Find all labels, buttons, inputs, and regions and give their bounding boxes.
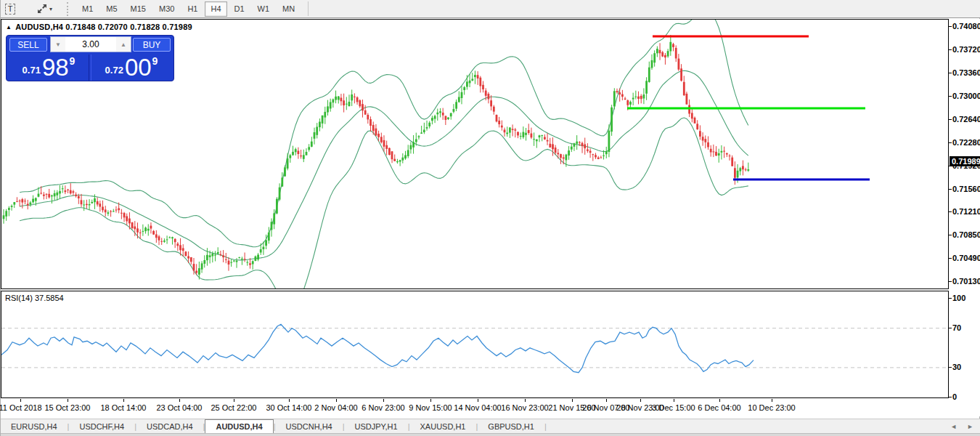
chart-tab-audusd[interactable]: AUDUSD,H4 [205,419,273,434]
chart-tab-usdcnh[interactable]: USDCNH,H4 [276,419,343,434]
price-tick-mark [949,142,952,143]
cursor-tool-button[interactable]: ▾ [30,1,58,17]
chart-tab-usdchf[interactable]: USDCHF,H4 [69,419,134,434]
sell-button[interactable]: SELL [9,38,47,52]
price-axis[interactable]: 0.71989 0.740800.737200.733600.730000.72… [949,19,980,416]
time-tick-mark [336,399,337,402]
time-tick-label: 23 Oct 04:00 [157,403,203,412]
price-tick-mark [949,258,952,259]
tab-scroll-arrows: ◄ ► [950,423,973,430]
rsi-tick-mark [949,397,952,397]
time-tick-mark [383,399,384,402]
current-price-tag: 0.71989 [950,156,980,166]
toolbar-grip[interactable] [67,2,70,16]
timeframe-button-m1[interactable]: M1 [76,1,99,17]
ask-price-big-digits: 00 [125,57,152,78]
time-tick-mark [430,399,431,402]
rsi-tick-mark [949,367,952,368]
trade-controls-row: SELL ▼ 3.00 ▲ BUY [7,36,173,53]
price-tick-label: 0.73000 [952,92,980,100]
rsi-indicator-label: RSI(14) 37.5854 [5,294,64,302]
time-tick-mark [179,399,180,402]
chart-tabs: EURUSD,H4|USDCHF,H4|USDCAD,H4|AUDUSD,H4|… [1,419,547,433]
volume-input[interactable]: 3.00 [65,39,116,49]
volume-stepper: ▼ 3.00 ▲ [50,36,131,52]
bollinger-middle-band[interactable] [20,70,748,260]
timeframe-button-mn[interactable]: MN [277,1,301,17]
timeframe-group: M1M5M15M30H1H4D1W1MN [76,1,301,17]
toolbar-separator [308,1,309,16]
volume-decrease-icon[interactable]: ▼ [51,37,65,52]
text-tool-icon: T [5,4,16,15]
rsi-tick-mark [949,328,952,328]
trading-platform-window: T ▾ M1M5M15M30H1H4D1W1MN ▲ AUDUSD,H4 0.7… [0,0,980,436]
rsi-indicator-pane[interactable]: RSI(14) 37.5854 [1,291,949,398]
cursor-arrows-icon [36,4,48,14]
buy-button[interactable]: BUY [133,38,171,52]
price-tick-mark [949,49,952,50]
time-tick-label: 2 Nov 04:00 [314,403,357,412]
symbol-header: ▲ AUDUSD,H4 0.71848 0.72070 0.71828 0.71… [6,23,192,31]
chart-tab-gbpusd[interactable]: GBPUSD,H1 [478,419,544,434]
time-tick-mark [640,399,641,402]
time-tick-mark [572,399,573,402]
time-tick-label: 30 Oct 14:00 [266,403,312,412]
bid-price-display[interactable]: 0.71 98 9 [9,54,89,81]
timeframe-button-m5[interactable]: M5 [100,1,123,17]
volume-increase-icon[interactable]: ▲ [116,37,131,52]
time-tick-label: 14 Nov 04:00 [454,403,501,412]
price-tick-label: 0.71560 [952,185,980,193]
collapse-quote-panel-icon[interactable]: ▲ [6,24,12,31]
time-tick-label: 16 Nov 23:00 [501,403,548,412]
price-tick-label: 0.72640 [952,115,980,124]
timeframe-button-w1[interactable]: W1 [252,1,276,17]
time-tick-label: 11 Oct 2018 [0,403,42,412]
ask-price-pip-digit: 9 [152,55,158,67]
timeframe-button-d1[interactable]: D1 [229,1,250,17]
price-tick-mark [949,73,952,73]
rsi-line[interactable] [1,324,754,372]
timeframe-button-h1[interactable]: H1 [181,1,203,17]
time-tick-mark [478,399,478,402]
time-tick-mark [674,399,674,402]
tab-scroll-right-icon[interactable]: ► [967,423,973,430]
timeframe-button-m30[interactable]: M30 [153,1,180,17]
rsi-tick-label: 100 [952,294,965,302]
one-click-trading-panel: SELL ▼ 3.00 ▲ BUY 0.71 98 9 0.72 00 9 [6,35,174,81]
time-tick-label: 25 Oct 22:00 [211,403,257,412]
time-tick-label: 9 Nov 15:00 [409,403,452,412]
price-tick-mark [949,211,952,212]
rsi-tick-mark [949,298,952,299]
time-tick-mark [20,399,21,402]
time-tick-mark [525,399,526,402]
timeframe-button-h4[interactable]: H4 [205,1,226,17]
tab-scroll-left-icon[interactable]: ◄ [950,423,957,430]
rsi-tick-label: 0 [952,392,957,401]
rsi-tick-label: 70 [952,323,961,332]
text-tool-button[interactable]: T [3,1,17,16]
chart-tab-eurusd[interactable]: EURUSD,H4 [1,419,68,434]
chart-tab-usdcad[interactable]: USDCAD,H4 [136,419,203,434]
price-tick-mark [949,281,952,282]
price-tick-mark [949,26,952,27]
ask-price-display[interactable]: 0.72 00 9 [91,54,171,81]
toolbar: T ▾ M1M5M15M30H1H4D1W1MN [1,0,980,18]
chart-tab-xauusd[interactable]: XAUUSD,H1 [410,419,476,434]
time-tick-mark [719,399,720,402]
bid-price-pip-digit: 9 [70,55,75,67]
time-axis[interactable]: 11 Oct 201815 Oct 23:0018 Oct 14:0023 Oc… [1,399,949,418]
chart-tab-usdjpy[interactable]: USDJPY,H1 [345,419,408,434]
time-tick-mark [234,399,234,402]
chart-tab-bar: EURUSD,H4|USDCHF,H4|USDCAD,H4|AUDUSD,H4|… [1,419,980,433]
price-tick-label: 0.73360 [952,68,980,77]
tab-separator: | [544,422,547,431]
chevron-down-icon: ▾ [49,6,52,12]
price-tick-label: 0.70130 [952,277,980,286]
price-tick-mark [949,189,952,190]
timeframe-button-m15[interactable]: M15 [125,1,152,17]
price-chart-pane[interactable]: ▲ AUDUSD,H4 0.71848 0.72070 0.71828 0.71… [1,19,949,289]
time-tick-mark [606,399,607,402]
price-tick-mark [949,96,952,97]
rsi-chart [1,291,948,397]
time-tick-label: 18 Oct 14:00 [101,403,147,412]
